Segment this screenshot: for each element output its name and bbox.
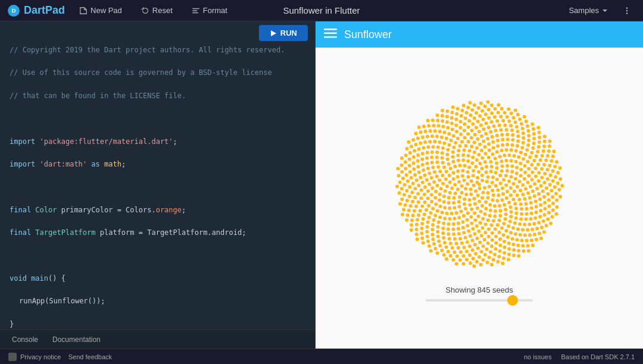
svg-point-318 (527, 174, 530, 177)
svg-point-272 (433, 170, 436, 174)
svg-point-89 (454, 192, 457, 195)
svg-point-405 (475, 125, 478, 129)
send-feedback-link[interactable]: Send feedback (68, 353, 112, 360)
svg-point-778 (469, 261, 472, 265)
reset-button[interactable]: Reset (136, 4, 177, 17)
svg-point-50 (468, 198, 472, 202)
new-pad-button[interactable]: New Pad (74, 4, 127, 17)
svg-point-58 (473, 202, 477, 205)
svg-point-458 (417, 183, 420, 187)
svg-point-54 (485, 165, 488, 168)
format-button[interactable]: Format (187, 4, 232, 17)
svg-point-724 (538, 135, 541, 139)
svg-point-371 (470, 128, 474, 132)
svg-point-584 (430, 233, 434, 236)
svg-point-476 (433, 140, 436, 143)
svg-point-826 (552, 149, 555, 153)
documentation-tab[interactable]: Documentation (45, 332, 108, 349)
svg-point-659 (465, 111, 469, 114)
svg-point-562 (487, 116, 491, 120)
svg-point-80 (495, 166, 499, 170)
svg-point-596 (493, 115, 497, 118)
svg-point-271 (519, 161, 522, 165)
run-label: RUN (280, 29, 297, 37)
svg-point-799 (479, 262, 483, 266)
svg-point-477 (482, 244, 485, 247)
svg-point-31 (467, 175, 470, 178)
run-button[interactable]: RUN (259, 25, 308, 41)
svg-point-617 (484, 112, 488, 116)
svg-point-81 (453, 183, 457, 186)
svg-point-481 (463, 122, 466, 125)
svg-point-553 (494, 247, 498, 250)
more-options-button[interactable] (618, 5, 636, 17)
svg-point-90 (501, 192, 505, 196)
svg-point-577 (543, 200, 547, 204)
svg-point-634 (468, 253, 472, 256)
svg-point-290 (454, 141, 457, 145)
privacy-notice-link[interactable]: Privacy notice (20, 353, 61, 360)
svg-point-678 (405, 199, 409, 202)
status-left: Privacy notice Send feedback (8, 353, 112, 361)
svg-point-297 (526, 180, 529, 184)
svg-point-209 (446, 157, 450, 161)
svg-point-288 (434, 202, 438, 206)
svg-point-514 (527, 222, 531, 226)
svg-point-846 (455, 262, 458, 265)
svg-point-243 (445, 152, 449, 156)
svg-point-105 (464, 207, 467, 211)
svg-point-813 (543, 134, 547, 138)
svg-point-538 (539, 158, 542, 162)
svg-point-609 (507, 119, 511, 123)
svg-point-601 (527, 134, 530, 137)
svg-point-495 (436, 230, 439, 233)
svg-point-628 (412, 155, 416, 158)
svg-point-326 (522, 157, 525, 161)
svg-point-561 (516, 238, 519, 241)
svg-point-403 (421, 180, 424, 184)
svg-point-170 (441, 181, 445, 185)
svg-point-37 (472, 196, 476, 200)
svg-point-462 (537, 171, 541, 174)
new-pad-label: New Pad (90, 6, 122, 15)
svg-point-374 (430, 155, 433, 159)
svg-point-65 (461, 169, 464, 172)
svg-point-411 (423, 200, 427, 203)
console-tab[interactable]: Console (5, 332, 45, 349)
svg-point-342 (495, 133, 499, 137)
svg-point-801 (398, 191, 401, 194)
svg-point-228 (452, 216, 456, 220)
menu-icon[interactable] (324, 29, 337, 40)
svg-point-246 (434, 189, 438, 193)
svg-point-390 (423, 193, 426, 196)
seeds-slider[interactable] (426, 299, 533, 302)
code-editor[interactable]: // Copyright 2019 the Dart project autho… (0, 45, 315, 330)
svg-point-100 (479, 209, 483, 213)
svg-point-150 (499, 209, 502, 212)
svg-point-217 (438, 170, 442, 173)
svg-point-824 (451, 105, 455, 109)
samples-button[interactable]: Samples (564, 4, 613, 17)
svg-point-92 (470, 207, 473, 211)
svg-point-457 (522, 141, 525, 145)
svg-point-153 (512, 181, 516, 185)
svg-point-40 (486, 196, 489, 199)
svg-point-192 (508, 205, 512, 209)
svg-point-188 (451, 155, 454, 158)
svg-point-792 (548, 144, 551, 148)
svg-point-783 (427, 244, 431, 247)
svg-point-461 (441, 231, 445, 235)
svg-point-745 (532, 127, 535, 130)
svg-point-645 (543, 213, 547, 216)
svg-point-543 (542, 194, 546, 198)
svg-point-613 (459, 250, 463, 253)
svg-point-591 (454, 117, 458, 121)
svg-point-501 (535, 210, 538, 214)
svg-point-414 (458, 237, 462, 240)
svg-point-711 (526, 124, 529, 127)
svg-point-257 (471, 227, 475, 230)
svg-point-270 (461, 225, 465, 229)
svg-point-148 (505, 164, 509, 167)
svg-point-413 (455, 130, 458, 133)
svg-point-85 (502, 178, 505, 181)
